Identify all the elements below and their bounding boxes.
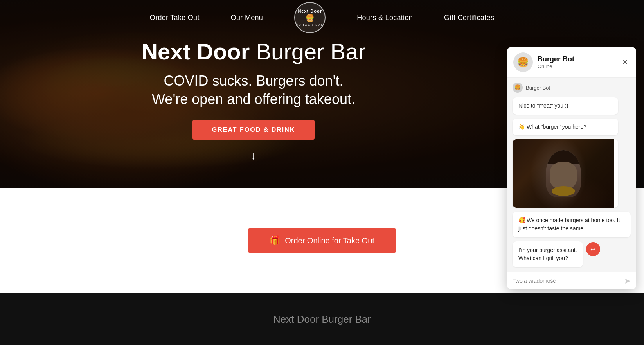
chat-bot-avatar: 🍔	[513, 52, 533, 72]
chat-last-message-row: I'm your burger assitant. What can I gri…	[513, 241, 631, 267]
chat-header: 🍔 Burger Bot Online ×	[507, 47, 636, 78]
hero-content: Next Door Burger Bar COVID sucks. Burger…	[0, 39, 507, 162]
chat-body: 🍔 Burger Bot Nice to "meat" you ;) 👋 Wha…	[507, 78, 636, 272]
great-food-drink-button[interactable]: GREAT FOOD & DRINK	[192, 120, 315, 140]
chat-message-typing: I'm your burger assitant. What can I gri…	[513, 241, 583, 267]
chat-send-button[interactable]: ➤	[624, 276, 631, 286]
chat-input[interactable]	[513, 278, 621, 284]
chat-message-1: 👋 What "burger" you here?	[513, 119, 618, 136]
chat-bot-name: Burger Bot	[538, 55, 615, 63]
chat-close-button[interactable]: ×	[620, 56, 630, 68]
chat-sender-avatar-icon: 🍔	[513, 83, 523, 93]
hero-subtitle-line2: We're open and offering takeout.	[152, 91, 355, 107]
order-online-takeout-button[interactable]: 🎁 Order Online for Take Out	[248, 228, 396, 253]
chat-sender-label: 🍔 Burger Bot	[513, 83, 631, 93]
hero-title-bold: Next Door	[141, 39, 250, 64]
send-icon: ➤	[624, 276, 631, 286]
chat-footer: ➤	[507, 272, 636, 289]
hero-title: Next Door Burger Bar	[141, 39, 366, 64]
chat-video-thumbnail	[513, 139, 614, 208]
nav-our-menu[interactable]: Our Menu	[231, 14, 263, 22]
footer: Next Door Burger Bar	[0, 293, 644, 345]
footer-text: Next Door Burger Bar	[273, 313, 371, 325]
logo-title: Next Door	[298, 8, 322, 14]
chat-header-info: Burger Bot Online	[538, 55, 615, 69]
navigation: Order Take Out Our Menu Next Door 🍔 BURG…	[0, 0, 644, 35]
chat-message-image	[513, 139, 618, 208]
chat-status: Online	[538, 63, 615, 69]
chat-message-long: 🥰 We once made burgers at home too. It j…	[513, 212, 631, 237]
chat-sender-name: Burger Bot	[526, 85, 550, 91]
nav-logo[interactable]: Next Door 🍔 BURGER BAR	[294, 2, 326, 33]
takeout-btn-label: Order Online for Take Out	[285, 236, 374, 245]
chat-widget: 🍔 Burger Bot Online × 🍔 Burger Bot Nice …	[507, 47, 636, 289]
hero-title-light: Burger Bar	[250, 39, 366, 64]
chat-reply-indicator: ↩	[586, 242, 600, 256]
hero-subtitle: COVID sucks. Burgers don't. We're open a…	[152, 72, 355, 109]
nav-hours-location[interactable]: Hours & Location	[357, 14, 413, 22]
reply-icon: ↩	[590, 246, 595, 253]
logo-burger-icon: 🍔	[306, 14, 314, 23]
logo-circle: Next Door 🍔 BURGER BAR	[294, 2, 326, 33]
logo-subtitle: BURGER BAR	[296, 23, 324, 27]
nav-order-takeout[interactable]: Order Take Out	[150, 14, 200, 22]
takeout-icon: 🎁	[270, 235, 280, 246]
chat-message-0: Nice to "meat" you ;)	[513, 97, 618, 115]
scroll-down-arrow: ↓	[251, 149, 256, 162]
hero-subtitle-line1: COVID sucks. Burgers don't.	[164, 73, 343, 89]
nav-gift-certificates[interactable]: Gift Certificates	[444, 14, 494, 22]
